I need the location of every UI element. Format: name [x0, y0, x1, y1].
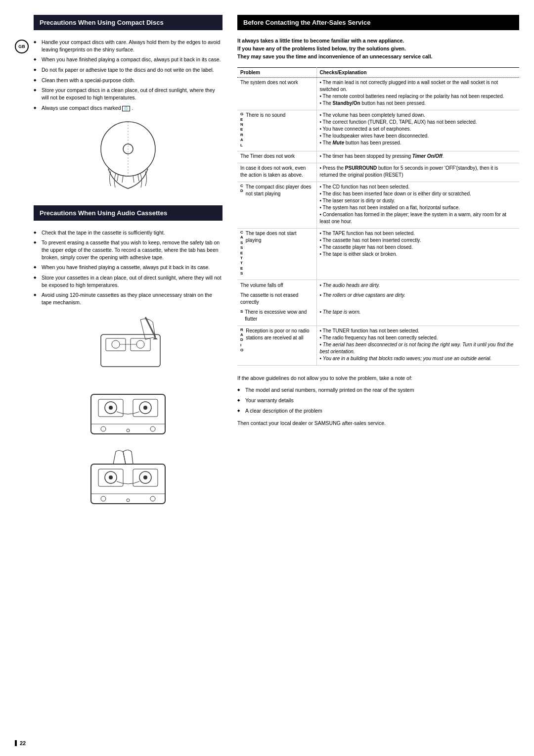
cassette-bullet-5: Avoid using 120-minute cassettes as they… — [34, 290, 222, 307]
table-row: GENERAL There is no sound • The volume h… — [237, 110, 519, 151]
discs-header: Precautions When Using Compact Discs — [34, 15, 222, 30]
table-row: CASSETTES The tape does not start playin… — [237, 228, 519, 280]
right-header: Before Contacting the After-Sales Servic… — [237, 15, 519, 30]
checks-cell: • The audio heads are dirty. — [316, 280, 519, 290]
discs-section: Precautions When Using Compact Discs Han… — [34, 15, 222, 193]
table-row: The volume falls off • The audio heads a… — [237, 280, 519, 290]
right-column: Before Contacting the After-Sales Servic… — [237, 15, 519, 741]
discs-bullet-list: Handle your compact discs with care. Alw… — [34, 37, 222, 113]
after-table-text: If the above guidelines do not allow you… — [237, 375, 519, 428]
svg-point-20 — [127, 429, 130, 432]
table-row: RADIO Reception is poor or no radio stat… — [237, 326, 519, 365]
left-column: Precautions When Using Compact Discs Han… — [15, 15, 222, 741]
svg-point-7 — [136, 340, 144, 348]
problem-cell: S There is excessive wow and flutter — [237, 307, 316, 326]
problem-col-header: Problem — [237, 68, 316, 78]
cassette-illustrations — [34, 315, 222, 515]
cassette-bullet-4: Store your cassettes in a clean place, o… — [34, 273, 222, 290]
problem-cell: The Timer does not work — [237, 151, 316, 163]
table-row: The Timer does not work • The timer has … — [237, 151, 519, 163]
table-row: S There is excessive wow and flutter • T… — [237, 307, 519, 326]
problem-cell: The system does not work — [237, 78, 316, 110]
disc-illustration — [34, 119, 222, 193]
disc-bullet-4: Clean them with a special-purpose cloth. — [34, 75, 222, 86]
checks-col-header: Checks/Explanation — [316, 68, 519, 78]
problem-cell: CD The compact disc player does not star… — [237, 182, 316, 228]
checks-cell: • The TAPE function has not been selecte… — [316, 228, 519, 280]
troubleshoot-table: Problem Checks/Explanation The system do… — [237, 67, 519, 365]
svg-point-21 — [150, 426, 155, 431]
svg-point-31 — [127, 499, 130, 502]
after-bullet-1: The model and serial numbers, normally p… — [237, 385, 519, 395]
cassette-bullet-2: To prevent erasing a cassette that you w… — [34, 237, 222, 262]
table-header-row: Problem Checks/Explanation — [237, 68, 519, 78]
problem-cell: In case it does not work, even the actio… — [237, 163, 316, 182]
gb-badge: GB — [15, 40, 29, 53]
checks-cell: • Press the PSURROUND button for 5 secon… — [316, 163, 519, 182]
table-row: The cassette is not erased correctly • T… — [237, 290, 519, 307]
problem-cell: CASSETTES The tape does not start playin… — [237, 228, 316, 280]
problem-cell: RADIO Reception is poor or no radio stat… — [237, 326, 316, 365]
checks-cell: • The CD function has not been selected.… — [316, 182, 519, 228]
svg-point-19 — [101, 426, 106, 431]
checks-cell: • The tape is worn. — [316, 307, 519, 326]
disc-bullet-3: Do not fix paper or adhesive tape to the… — [34, 65, 222, 75]
svg-point-6 — [112, 340, 120, 348]
svg-point-32 — [150, 496, 155, 501]
intro-text: It always takes a little time to become … — [237, 37, 519, 60]
table-row: CD The compact disc player does not star… — [237, 182, 519, 228]
disc-svg — [79, 119, 178, 193]
svg-point-15 — [109, 406, 113, 410]
gb-label: GB — [18, 44, 25, 49]
disc-bullet-1: Handle your compact discs with care. Alw… — [34, 37, 222, 54]
svg-point-26 — [109, 475, 113, 479]
page-number: 22 — [15, 740, 26, 746]
disc-bullet-5: Store your compact discs in a clean plac… — [34, 85, 222, 102]
cassette-bullet-3: When you have finished playing a cassett… — [34, 262, 222, 273]
cassettes-section: Precautions When Using Audio Cassettes C… — [34, 205, 222, 515]
checks-cell: • The volume has been completely turned … — [316, 110, 519, 151]
cassette-illus-2 — [76, 382, 180, 442]
disc-bullet-2: When you have finished playing a compact… — [34, 54, 222, 65]
problem-cell: The volume falls off — [237, 280, 316, 290]
cassette-bullet-1: Check that the tape in the cassette is s… — [34, 228, 222, 238]
table-row: In case it does not work, even the actio… — [237, 163, 519, 182]
table-row: The system does not work • The main lead… — [237, 78, 519, 110]
checks-cell: • The main lead is not correctly plugged… — [316, 78, 519, 110]
checks-cell: • The rollers or drive capstans are dirt… — [316, 290, 519, 307]
checks-cell: • The TUNER function has not been select… — [316, 326, 519, 365]
checks-cell: • The timer has been stopped by pressing… — [316, 151, 519, 163]
cassettes-bullet-list: Check that the tape in the cassette is s… — [34, 228, 222, 308]
disc-bullet-6: Always use compact discs marked 💿 . — [34, 103, 222, 113]
problem-cell: The cassette is not erased correctly — [237, 290, 316, 307]
cassette-illus-1 — [76, 315, 180, 375]
after-bullet-2: Your warranty details — [237, 395, 519, 406]
after-bullets: The model and serial numbers, normally p… — [237, 385, 519, 416]
svg-point-17 — [143, 406, 147, 410]
after-bullet-3: A clear description of the problem — [237, 406, 519, 416]
problem-cell: GENERAL There is no sound — [237, 110, 316, 151]
page: GB Precautions When Using Compact Discs … — [0, 0, 534, 756]
cassettes-header: Precautions When Using Audio Cassettes — [34, 205, 222, 221]
svg-point-28 — [143, 475, 147, 479]
svg-point-30 — [101, 496, 106, 501]
cassette-illus-3 — [76, 449, 180, 515]
